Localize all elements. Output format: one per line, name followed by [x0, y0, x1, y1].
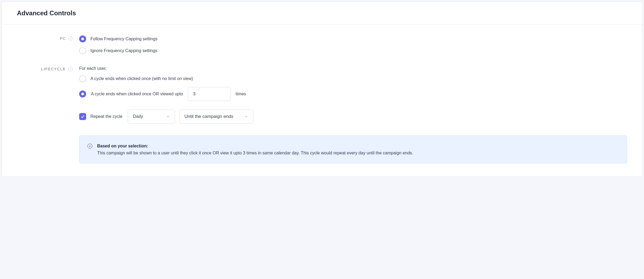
lifecycle-option-click-only[interactable]: A cycle ends when clicked once (with no … — [79, 75, 627, 82]
banner-heading: Based on your selection: — [97, 144, 148, 148]
view-count-input[interactable] — [188, 87, 231, 101]
lifecycle-option-click-or-view-prefix: A cycle ends when clicked once OR viewed… — [91, 92, 183, 96]
info-icon[interactable]: i — [68, 67, 73, 71]
info-icon: i — [87, 144, 92, 148]
card-body: FC i Follow Frequency Capping settings I… — [2, 25, 642, 176]
fc-option-follow[interactable]: Follow Frequency Capping settings — [79, 35, 627, 42]
chevron-down-icon — [244, 115, 248, 118]
banner-body: This campaign will be shown to a user un… — [97, 151, 413, 155]
fc-content: Follow Frequency Capping settings Ignore… — [79, 35, 627, 54]
repeat-checkbox[interactable] — [79, 113, 86, 120]
repeat-until-select[interactable]: Until the campaign ends — [179, 110, 253, 124]
fc-option-ignore[interactable]: Ignore Frequency Capping settings — [79, 47, 627, 54]
chevron-down-icon — [166, 115, 170, 118]
repeat-frequency-select[interactable]: Daily — [128, 110, 175, 124]
selection-summary-banner: i Based on your selection: This campaign… — [79, 135, 627, 164]
fc-label-wrap: FC i — [17, 35, 79, 41]
radio-unselected-icon — [79, 47, 86, 54]
fc-option-ignore-label: Ignore Frequency Capping settings — [90, 48, 157, 53]
lifecycle-label: LIFECYCLE — [41, 67, 66, 71]
lifecycle-row: LIFECYCLE i For each user, A cycle ends … — [17, 66, 627, 124]
repeat-until-value: Until the campaign ends — [184, 114, 233, 119]
radio-selected-icon — [79, 35, 86, 42]
repeat-row: Repeat the cycle Daily Until the campaig… — [79, 110, 627, 124]
lifecycle-content: For each user, A cycle ends when clicked… — [79, 66, 627, 124]
radio-unselected-icon — [79, 75, 86, 82]
page-title: Advanced Controls — [17, 9, 627, 17]
advanced-controls-card: Advanced Controls FC i Follow Frequency … — [2, 2, 642, 177]
lifecycle-label-wrap: LIFECYCLE i — [17, 66, 79, 71]
repeat-frequency-value: Daily — [133, 114, 143, 119]
lifecycle-option-click-or-view[interactable]: A cycle ends when clicked once OR viewed… — [79, 87, 627, 101]
lifecycle-option-click-or-view-suffix: times — [236, 92, 246, 96]
fc-option-follow-label: Follow Frequency Capping settings — [90, 37, 158, 41]
fc-label: FC — [60, 36, 66, 41]
check-icon — [80, 114, 85, 119]
banner-text: Based on your selection: This campaign w… — [97, 143, 413, 156]
radio-selected-icon — [79, 90, 86, 97]
lifecycle-lead: For each user, — [79, 66, 627, 71]
lifecycle-option-click-only-label: A cycle ends when clicked once (with no … — [90, 76, 193, 81]
info-icon[interactable]: i — [68, 36, 73, 41]
card-header: Advanced Controls — [2, 2, 642, 25]
repeat-label: Repeat the cycle — [90, 114, 122, 119]
fc-row: FC i Follow Frequency Capping settings I… — [17, 35, 627, 54]
